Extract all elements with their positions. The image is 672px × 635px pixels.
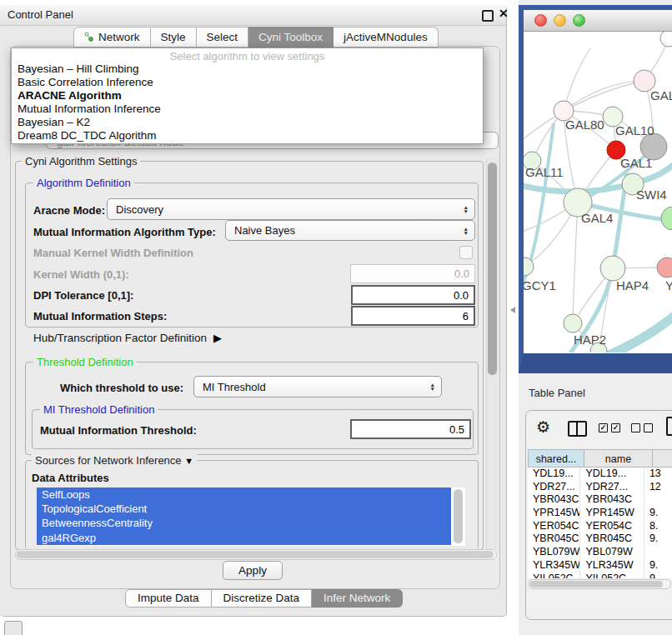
combo-stepper-icon: ▲▼ xyxy=(464,221,469,240)
table-cell: 12 xyxy=(644,481,672,494)
aracne-mode-combo[interactable]: Discovery ▲▼ xyxy=(107,198,475,220)
data-attributes-list[interactable]: SelfLoopsTopologicalCoefficientBetweenne… xyxy=(37,488,465,546)
checked-box-icon: ✓ xyxy=(611,423,620,432)
tab-label: jActiveMNodules xyxy=(344,31,428,43)
float-window-icon[interactable] xyxy=(482,10,494,22)
network-node-label: GAL80 xyxy=(565,118,604,132)
select-all-columns-icon[interactable]: ✓ ✓ xyxy=(599,423,620,432)
network-node-label: GAL1 xyxy=(620,156,652,170)
control-panel-titlebar[interactable] xyxy=(0,5,506,26)
table-row[interactable]: YIL052CYIL052C9. xyxy=(528,572,672,579)
tab-label: Style xyxy=(161,31,186,43)
unchecked-box-icon xyxy=(644,423,653,432)
minimized-panel-icon[interactable] xyxy=(4,621,23,635)
zoom-traffic-light-icon[interactable] xyxy=(573,14,585,27)
tab-select[interactable]: Select xyxy=(197,27,249,48)
mi-threshold-label: Mutual Information Threshold: xyxy=(40,424,197,437)
document-icon[interactable] xyxy=(666,417,672,436)
sources-group-title[interactable]: Sources for Network Inference ▼ xyxy=(32,454,197,467)
mi-type-label: Mutual Information Algorithm Type: xyxy=(33,226,216,238)
close-traffic-light-icon[interactable] xyxy=(534,14,547,27)
tab-network[interactable]: Network xyxy=(73,27,151,48)
attribute-item-betweennesscentrality[interactable]: BetweennessCentrality xyxy=(37,516,451,530)
manual-kernel-label: Manual Kernel Width Definition xyxy=(33,247,193,259)
column-header-name[interactable]: name xyxy=(584,449,653,468)
settings-vertical-scrollbar-thumb[interactable] xyxy=(488,162,497,375)
attribute-item-topologicalcoefficient[interactable]: TopologicalCoefficient xyxy=(37,502,451,516)
network-edge[interactable] xyxy=(573,202,578,323)
mi-type-combo[interactable]: Naive Bayes ▲▼ xyxy=(225,220,475,241)
tab-style[interactable]: Style xyxy=(151,27,197,48)
close-icon[interactable]: ✕ xyxy=(499,7,509,20)
table-horizontal-scrollbar[interactable] xyxy=(528,579,671,589)
table-cell: YLR345W xyxy=(528,559,580,572)
network-node[interactable] xyxy=(661,207,672,230)
dropdown-item-aracne-algorithm[interactable]: ARACNE Algorithm xyxy=(12,89,483,102)
table-header-row: shared...name xyxy=(528,449,672,468)
dropdown-item-mutual-information-inference[interactable]: Mutual Information Inference xyxy=(12,102,483,116)
dropdown-placeholder: Select algorithm to view settings xyxy=(12,48,483,62)
which-threshold-combo[interactable]: MI Threshold ▲▼ xyxy=(193,376,442,398)
bottom-tab-infer-network[interactable]: Infer Network xyxy=(312,589,403,608)
table-row[interactable]: YPR145WYPR145W9. xyxy=(528,507,672,520)
network-window-titlebar[interactable] xyxy=(524,10,672,32)
bottom-tab-discretize-data[interactable]: Discretize Data xyxy=(212,589,313,608)
panel-divider-handle[interactable] xyxy=(510,307,515,313)
network-node-label: SWI4 xyxy=(636,188,667,202)
dropdown-item-dream8-dc-tdc-algorithm[interactable]: Dream8 DC_TDC Algorithm xyxy=(12,129,483,142)
table-cell: YBR043C xyxy=(580,493,644,507)
dropdown-item-basic-correlation-inference[interactable]: Basic Correlation Inference xyxy=(12,76,483,89)
hub-definition-expander[interactable]: Hub/Transcription Factor Definition ▶ xyxy=(33,332,222,344)
settings-horizontal-scrollbar-thumb[interactable] xyxy=(17,551,494,558)
network-node[interactable] xyxy=(657,258,672,278)
kernel-width-input[interactable]: 0.0 xyxy=(350,264,475,283)
mi-steps-input[interactable]: 6 xyxy=(351,306,475,326)
columns-icon[interactable] xyxy=(568,421,587,437)
table-cell: YBR045C xyxy=(528,532,580,546)
table-row[interactable]: YDL19...YDL19...13 xyxy=(528,468,672,481)
table-row[interactable]: YDR27...YDR27...12 xyxy=(528,481,672,494)
network-node-label: Y xyxy=(665,278,672,292)
table-row[interactable]: YER054CYER054C8. xyxy=(528,520,672,533)
minimize-traffic-light-icon[interactable] xyxy=(554,14,566,27)
column-header-2[interactable] xyxy=(653,449,672,468)
tab-jactivemnodules[interactable]: jActiveMNodules xyxy=(333,27,439,48)
mi-threshold-input[interactable]: 0.5 xyxy=(350,419,471,439)
dpi-tolerance-input[interactable]: 0.0 xyxy=(351,285,475,305)
table-cell: YDR27... xyxy=(580,481,644,494)
network-edge[interactable] xyxy=(564,81,644,111)
cyni-bottom-tabs: Impute DataDiscretize DataInfer Network xyxy=(125,589,403,608)
gear-icon[interactable]: ⚙ xyxy=(536,418,550,437)
table-row[interactable]: YBR045CYBR045C9. xyxy=(528,532,672,546)
apply-button[interactable]: Apply xyxy=(223,561,283,580)
bottom-tab-impute-data[interactable]: Impute Data xyxy=(125,589,212,608)
network-edge[interactable] xyxy=(609,308,672,352)
manual-kernel-checkbox[interactable] xyxy=(459,246,473,259)
tab-label: Cyni Toolbox xyxy=(258,31,323,43)
table-cell: YPR145W xyxy=(528,507,580,520)
table-cell: YLR345W xyxy=(580,559,644,572)
dropdown-item-bayesian-k2[interactable]: Bayesian – K2 xyxy=(12,116,483,129)
table-cell: YBR043C xyxy=(528,493,580,507)
table-row[interactable]: YLR345WYLR345W9. xyxy=(528,559,672,572)
network-canvas[interactable]: GALGAL80GAL10GAL1GAL11SWI4GAL4GCY1HAP4YH… xyxy=(524,32,672,352)
settings-horizontal-scrollbar[interactable] xyxy=(15,549,497,560)
table-horizontal-scrollbar-thumb[interactable] xyxy=(529,581,663,588)
network-node[interactable] xyxy=(660,32,672,47)
list-scrollbar-thumb[interactable] xyxy=(454,489,463,543)
network-node[interactable] xyxy=(564,314,582,332)
attribute-item-selfloops[interactable]: SelfLoops xyxy=(37,488,451,502)
network-node[interactable] xyxy=(600,256,625,281)
attribute-item-gal4rgexp[interactable]: gal4RGexp xyxy=(37,531,451,545)
table-cell: YPR145W xyxy=(580,507,644,520)
table-row[interactable]: YBL079WYBL079W xyxy=(528,546,672,559)
tab-cyni-toolbox[interactable]: Cyni Toolbox xyxy=(248,27,333,48)
algorithm-dropdown-popup: Select algorithm to view settings Bayesi… xyxy=(11,48,484,144)
column-header-shared-[interactable]: shared... xyxy=(528,449,584,468)
dropdown-item-bayesian-hill-climbing[interactable]: Bayesian – Hill Climbing xyxy=(12,62,483,76)
checked-box-icon: ✓ xyxy=(599,423,608,432)
which-threshold-value: MI Threshold xyxy=(203,381,266,393)
table-row[interactable]: YBR043CYBR043C xyxy=(528,493,672,507)
deselect-all-columns-icon[interactable] xyxy=(631,423,653,432)
network-tab-icon xyxy=(84,32,94,42)
